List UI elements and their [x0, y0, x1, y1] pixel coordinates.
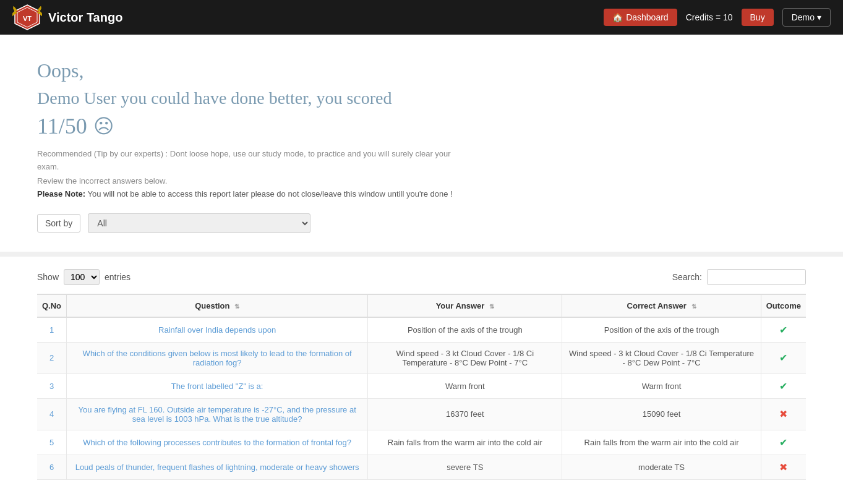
table-row: 2Which of the conditions given below is … — [37, 342, 806, 374]
cell-correct-answer: Warm front — [562, 374, 761, 398]
table-row: 4You are flying at FL 160. Outside air t… — [37, 398, 806, 430]
cell-outcome: ✖ — [761, 398, 806, 430]
cell-question: The front labelled "Z" is a: — [67, 374, 368, 398]
oops-text: Oops, — [37, 59, 806, 82]
entries-label: entries — [105, 272, 131, 282]
correct-icon: ✔ — [779, 352, 787, 363]
cell-your-answer: 16370 feet — [368, 398, 562, 430]
score-value: 11/50 — [37, 113, 87, 139]
col-correct-answer[interactable]: Correct Answer ⇅ — [562, 294, 761, 317]
cell-your-answer: Warm front — [368, 374, 562, 398]
review-text: Review the incorrect answers below. — [37, 176, 806, 186]
section-divider — [0, 252, 843, 257]
results-table: Q.No Question ⇅ Your Answer ⇅ Correct An… — [37, 294, 806, 480]
header-actions: 🏠 Dashboard Credits = 10 Buy Demo ▾ — [604, 8, 831, 27]
table-controls: Show 100 25 50 entries Search: — [37, 269, 806, 285]
cell-outcome: ✔ — [761, 374, 806, 398]
demo-dropdown-button[interactable]: Demo ▾ — [782, 8, 831, 27]
search-input[interactable] — [707, 269, 806, 285]
chevron-down-icon: ▾ — [817, 12, 821, 22]
svg-text:VT: VT — [23, 15, 32, 22]
table-row: 3The front labelled "Z" is a:Warm frontW… — [37, 374, 806, 398]
cell-correct-answer: 15090 feet — [562, 398, 761, 430]
col-qno[interactable]: Q.No — [37, 294, 67, 317]
cell-correct-answer: Rain falls from the warm air into the co… — [562, 430, 761, 455]
wrong-icon: ✖ — [779, 462, 787, 472]
show-label: Show — [37, 272, 59, 282]
please-note-content: You will not be able to access this repo… — [87, 189, 452, 199]
cell-correct-answer: moderate TS — [562, 455, 761, 479]
brand-name: Victor Tango — [48, 11, 122, 25]
correct-icon: ✔ — [779, 325, 787, 335]
cell-qno: 4 — [37, 398, 67, 430]
cell-your-answer: Position of the axis of the trough — [368, 317, 562, 343]
cell-qno: 5 — [37, 430, 67, 455]
entries-select[interactable]: 100 25 50 — [64, 269, 100, 285]
credits-display: Credits = 10 — [686, 12, 733, 22]
cell-your-answer: severe TS — [368, 455, 562, 479]
brand-logo-icon: VT — [12, 2, 42, 32]
cell-your-answer: Wind speed - 3 kt Cloud Cover - 1/8 Ci T… — [368, 342, 562, 374]
sort-row: Sort by All Correct Wrong — [37, 213, 806, 233]
table-row: 1Rainfall over India depends uponPositio… — [37, 317, 806, 343]
dashboard-button[interactable]: 🏠 Dashboard — [604, 9, 677, 26]
cell-qno: 1 — [37, 317, 67, 343]
cell-question: Loud peals of thunder, frequent flashes … — [67, 455, 368, 479]
logo-area: VT Victor Tango — [12, 2, 122, 32]
table-section: Show 100 25 50 entries Search: Q.No Ques… — [0, 257, 843, 504]
sort-label: Sort by — [37, 214, 80, 233]
show-entries-control: Show 100 25 50 entries — [37, 269, 131, 285]
cell-outcome: ✔ — [761, 342, 806, 374]
wrong-icon: ✖ — [779, 409, 787, 419]
table-body: 1Rainfall over India depends uponPositio… — [37, 317, 806, 480]
table-row: 6Loud peals of thunder, frequent flashes… — [37, 455, 806, 479]
score-line-text: Demo User you could have done better, yo… — [37, 88, 806, 108]
cell-outcome: ✖ — [761, 455, 806, 479]
correct-icon: ✔ — [779, 381, 787, 391]
cell-question: Rainfall over India depends upon — [67, 317, 368, 343]
sad-face-icon: ☹ — [93, 114, 114, 138]
sort-correct-answer-icon: ⇅ — [691, 303, 696, 310]
cell-correct-answer: Position of the axis of the trough — [562, 317, 761, 343]
sort-question-icon: ⇅ — [234, 303, 239, 310]
cell-question: Which of the following processes contrib… — [67, 430, 368, 455]
cell-qno: 6 — [37, 455, 67, 479]
cell-question: You are flying at FL 160. Outside air te… — [67, 398, 368, 430]
search-label: Search: — [672, 272, 702, 282]
cell-qno: 2 — [37, 342, 67, 374]
recommendation-text: Recommended (Tip by our experts) : Dont … — [37, 148, 458, 174]
cell-outcome: ✔ — [761, 430, 806, 455]
cell-outcome: ✔ — [761, 317, 806, 343]
col-question[interactable]: Question ⇅ — [67, 294, 368, 317]
col-outcome: Outcome — [761, 294, 806, 317]
table-row: 5Which of the following processes contri… — [37, 430, 806, 455]
col-your-answer[interactable]: Your Answer ⇅ — [368, 294, 562, 317]
cell-correct-answer: Wind speed - 3 kt Cloud Cover - 1/8 Ci T… — [562, 342, 761, 374]
result-section: Oops, Demo User you could have done bett… — [0, 35, 843, 252]
cell-question: Which of the conditions given below is m… — [67, 342, 368, 374]
app-header: VT Victor Tango 🏠 Dashboard Credits = 10… — [0, 0, 843, 35]
please-note: Please Note: You will not be able to acc… — [37, 189, 806, 199]
correct-icon: ✔ — [779, 437, 787, 448]
home-icon: 🏠 — [612, 12, 623, 22]
sort-your-answer-icon: ⇅ — [489, 303, 494, 310]
please-note-label: Please Note: — [37, 189, 85, 199]
search-row: Search: — [672, 269, 806, 285]
buy-button[interactable]: Buy — [742, 9, 774, 26]
sort-select[interactable]: All Correct Wrong — [88, 213, 310, 233]
cell-your-answer: Rain falls from the warm air into the co… — [368, 430, 562, 455]
cell-qno: 3 — [37, 374, 67, 398]
table-header: Q.No Question ⇅ Your Answer ⇅ Correct An… — [37, 294, 806, 317]
